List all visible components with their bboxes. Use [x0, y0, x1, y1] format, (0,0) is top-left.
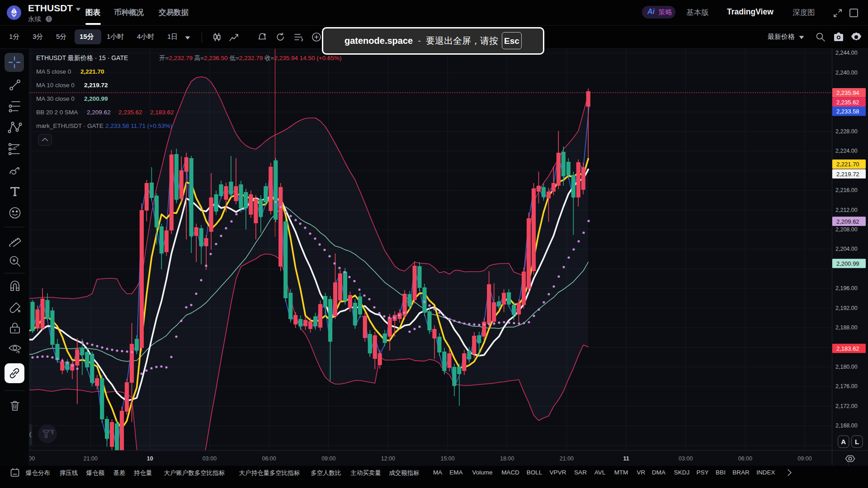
svg-text:2,233.58: 2,233.58: [836, 108, 859, 115]
svg-text:2,219.72: 2,219.72: [84, 82, 108, 89]
svg-text:2,233.58 11.71 (+0.53%): 2,233.58 11.71 (+0.53%): [105, 122, 172, 129]
svg-text:2,235.94: 2,235.94: [836, 89, 859, 96]
svg-text:2,212.00: 2,212.00: [835, 207, 858, 213]
svg-text:2,216.00: 2,216.00: [835, 187, 858, 193]
svg-text:ETHUSDT 最新价格 · 15 · GATE: ETHUSDT 最新价格 · 15 · GATE: [36, 54, 128, 61]
svg-text:2,221.70: 2,221.70: [836, 161, 859, 168]
svg-text:03:00: 03:00: [679, 455, 693, 462]
svg-text:MA 5 close 0: MA 5 close 0: [36, 68, 71, 75]
svg-text:2,180.00: 2,180.00: [835, 364, 858, 370]
svg-text:2,200.99: 2,200.99: [836, 260, 859, 267]
svg-text:2,196.00: 2,196.00: [835, 285, 858, 291]
svg-text:06:00: 06:00: [738, 455, 752, 462]
svg-text:2,228.00: 2,228.00: [835, 128, 858, 135]
svg-text:11: 11: [623, 455, 629, 462]
svg-text:2,235.62: 2,235.62: [836, 99, 859, 106]
svg-text:2,204.00: 2,204.00: [835, 246, 858, 252]
svg-text::00: :00: [29, 455, 35, 462]
svg-text:2,240.00: 2,240.00: [835, 70, 858, 76]
svg-text:A: A: [841, 438, 846, 446]
svg-text:2,172.00: 2,172.00: [835, 403, 858, 409]
svg-text:2,168.00: 2,168.00: [835, 422, 858, 429]
svg-text:09:00: 09:00: [797, 455, 811, 462]
svg-text:2,183.62: 2,183.62: [150, 109, 174, 116]
svg-text:2,200.99: 2,200.99: [84, 95, 108, 102]
svg-text:2,244.00: 2,244.00: [835, 50, 858, 56]
svg-text:2,209.62: 2,209.62: [836, 218, 859, 225]
svg-text:MA 10 close 0: MA 10 close 0: [36, 82, 75, 89]
svg-text:18:00: 18:00: [500, 455, 514, 462]
svg-text:2,219.72: 2,219.72: [836, 171, 859, 178]
svg-text:2,183.62: 2,183.62: [836, 345, 859, 352]
svg-text:21:00: 21:00: [560, 455, 574, 462]
svg-text:12:00: 12:00: [381, 455, 395, 462]
svg-text:21:00: 21:00: [84, 455, 98, 462]
svg-text:2,192.00: 2,192.00: [835, 305, 858, 311]
svg-text:2,235.62: 2,235.62: [118, 109, 142, 116]
svg-text:L: L: [855, 438, 859, 446]
svg-text:2,221.70: 2,221.70: [80, 68, 104, 75]
svg-text:06:00: 06:00: [262, 455, 276, 462]
svg-text:03:00: 03:00: [203, 455, 217, 462]
svg-text:2,176.00: 2,176.00: [835, 383, 858, 389]
svg-text:MA 30 close 0: MA 30 close 0: [36, 95, 75, 102]
svg-text:2,188.00: 2,188.00: [835, 324, 858, 331]
svg-text:10: 10: [147, 455, 153, 462]
svg-text:2,208.00: 2,208.00: [835, 226, 858, 233]
svg-text:BB 20 2 0 SMA: BB 20 2 0 SMA: [36, 109, 78, 116]
svg-text:09:00: 09:00: [321, 455, 335, 462]
svg-text:2,224.00: 2,224.00: [835, 148, 858, 154]
svg-text:开=2,232.79 高=2,236.50 低=2,232.: 开=2,232.79 高=2,236.50 低=2,232.79 收=2,235…: [159, 55, 342, 61]
svg-text:mark_ETHUSDT · GATE: mark_ETHUSDT · GATE: [36, 122, 104, 129]
svg-text:15:00: 15:00: [440, 455, 454, 462]
svg-text:2,209.62: 2,209.62: [87, 109, 111, 116]
